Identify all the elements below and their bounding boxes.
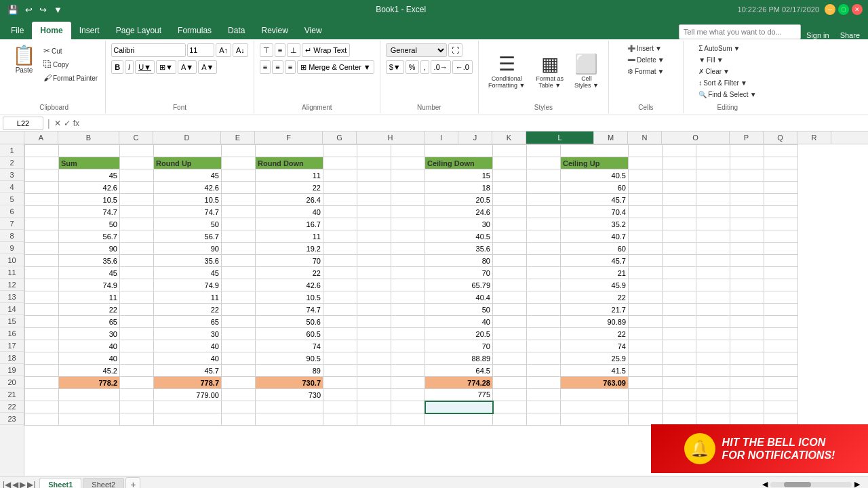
cancel-formula-icon[interactable]: ✕ [54, 119, 61, 128]
col-header-o[interactable]: O [662, 131, 730, 144]
cell-reference-box[interactable] [3, 117, 43, 130]
comma-button[interactable]: , [420, 60, 429, 74]
col-header-r[interactable]: R [797, 131, 831, 144]
sign-in-button[interactable]: Sign in [801, 31, 835, 39]
col-header-n[interactable]: N [628, 131, 662, 144]
format-as-table-button[interactable]: ▦ Format asTable ▼ [532, 52, 568, 91]
row-header-11[interactable]: 11 [0, 266, 24, 279]
customize-icon[interactable]: ▼ [52, 5, 64, 15]
tab-insert[interactable]: Insert [71, 22, 108, 39]
sum-header[interactable]: Sum [59, 157, 120, 169]
tab-view[interactable]: View [296, 22, 330, 39]
minimize-button[interactable]: ─ [825, 4, 835, 15]
fill-button[interactable]: ▼ Fill ▼ [696, 55, 726, 65]
paste-button[interactable]: 📋 Paste [8, 43, 40, 76]
undo-icon[interactable]: ↩ [23, 5, 35, 15]
percent-button[interactable]: % [406, 60, 419, 74]
row-header-2[interactable]: 2 [0, 157, 24, 169]
cell-styles-button[interactable]: ⬜ CellStyles ▼ [570, 52, 603, 91]
clear-button[interactable]: ✗ Clear ▼ [696, 66, 732, 77]
row-header-16[interactable]: 16 [0, 327, 24, 340]
align-right-button[interactable]: ≡ [285, 60, 296, 74]
tell-me-input[interactable] [679, 24, 801, 39]
number-format-select[interactable]: General Number Currency Short Date [386, 43, 447, 57]
col-header-d[interactable]: D [153, 131, 221, 144]
conditional-formatting-button[interactable]: ☰ ConditionalFormatting ▼ [484, 52, 529, 91]
formula-input[interactable] [82, 118, 865, 129]
bold-button[interactable]: B [111, 60, 123, 74]
dollar-sign-button[interactable]: $▼ [386, 60, 404, 74]
italic-button[interactable]: I [125, 60, 134, 74]
increase-decimal-button[interactable]: .0→ [431, 60, 451, 74]
col-header-q[interactable]: Q [764, 131, 797, 144]
delete-button[interactable]: ➖ Delete ▼ [625, 55, 667, 65]
col-header-j[interactable]: J [458, 131, 492, 144]
bell-circle[interactable]: 🔔 [684, 433, 715, 464]
window-controls[interactable]: ─ □ ✕ [825, 4, 863, 15]
find-select-button[interactable]: 🔍 Find & Select ▼ [696, 89, 758, 100]
col-header-m[interactable]: M [594, 131, 628, 144]
copy-button[interactable]: ⿻ Copy [41, 58, 100, 70]
sheet-nav-prev[interactable]: ◀ [12, 480, 18, 489]
sheet-nav-first[interactable]: |◀ [3, 480, 11, 489]
row-header-23[interactable]: 23 [0, 413, 24, 425]
row-header-17[interactable]: 17 [0, 340, 24, 352]
col-header-k[interactable]: K [492, 131, 526, 144]
insert-function-icon[interactable]: fx [73, 119, 79, 128]
format-button[interactable]: ⚙ Format ▼ [625, 66, 667, 77]
ceiling-down-header[interactable]: Ceiling Down [425, 157, 493, 169]
round-down-header[interactable]: Round Down [256, 157, 323, 169]
expand-number-button[interactable]: ⛶ [448, 43, 462, 57]
col-header-h[interactable]: H [357, 131, 425, 144]
sort-filter-button[interactable]: ↕ Sort & Filter ▼ [696, 78, 749, 88]
ceiling-up-header[interactable]: Ceiling Up [561, 157, 629, 169]
row-header-4[interactable]: 4 [0, 181, 24, 193]
row-header-6[interactable]: 6 [0, 205, 24, 218]
share-button[interactable]: Share [835, 31, 865, 39]
horizontal-scroll-right[interactable]: ▶ [854, 480, 860, 488]
col-header-g[interactable]: G [323, 131, 357, 144]
autosum-button[interactable]: Σ AutoSum ▼ [696, 43, 742, 54]
tab-data[interactable]: Data [220, 22, 253, 39]
col-header-i[interactable]: I [425, 131, 458, 144]
tab-formulas[interactable]: Formulas [170, 22, 220, 39]
tab-home[interactable]: Home [32, 22, 71, 39]
close-button[interactable]: ✕ [852, 4, 863, 15]
col-header-a[interactable]: A [24, 131, 58, 144]
tab-file[interactable]: File [3, 22, 32, 39]
sheet-tab-sheet1[interactable]: Sheet1 [39, 478, 81, 488]
horizontal-scroll-left[interactable]: ◀ [762, 480, 768, 488]
row-header-13[interactable]: 13 [0, 291, 24, 303]
row-header-5[interactable]: 5 [0, 193, 24, 205]
insert-button[interactable]: ➕ Insert ▼ [625, 43, 664, 54]
sheet-nav-arrows[interactable]: |◀ ◀ ▶ ▶| [3, 480, 35, 489]
font-color-button[interactable]: A▼ [198, 60, 217, 74]
row-header-12[interactable]: 12 [0, 279, 24, 291]
round-up-header[interactable]: Round Up [154, 157, 222, 169]
row-header-1[interactable]: 1 [0, 144, 24, 157]
row-header-19[interactable]: 19 [0, 364, 24, 376]
sheet-nav-next[interactable]: ▶ [20, 480, 26, 489]
row-header-8[interactable]: 8 [0, 230, 24, 242]
merge-center-button[interactable]: ⊞ Merge & Center ▼ [297, 60, 374, 74]
fill-color-button[interactable]: A▼ [178, 60, 197, 74]
col-header-l[interactable]: L [526, 131, 594, 144]
row-header-22[interactable]: 22 [0, 401, 24, 413]
tab-review[interactable]: Review [253, 22, 296, 39]
decrease-font-button[interactable]: A↓ [233, 43, 248, 57]
row-header-10[interactable]: 10 [0, 254, 24, 266]
align-bottom-button[interactable]: ⊥ [287, 43, 300, 57]
row-header-14[interactable]: 14 [0, 303, 24, 315]
decrease-decimal-button[interactable]: ←.0 [452, 60, 473, 74]
confirm-formula-icon[interactable]: ✓ [64, 119, 71, 128]
font-size-input[interactable] [187, 43, 214, 57]
row-header-15[interactable]: 15 [0, 315, 24, 327]
row-header-3[interactable]: 3 [0, 169, 24, 181]
align-top-button[interactable]: ⊤ [260, 43, 273, 57]
border-button[interactable]: ⊞▼ [156, 60, 176, 74]
sheet-nav-last[interactable]: ▶| [27, 480, 35, 489]
align-middle-button[interactable]: ≡ [275, 43, 285, 57]
row-header-18[interactable]: 18 [0, 352, 24, 364]
row-header-9[interactable]: 9 [0, 242, 24, 254]
format-painter-button[interactable]: 🖌 Format Painter [41, 72, 100, 84]
